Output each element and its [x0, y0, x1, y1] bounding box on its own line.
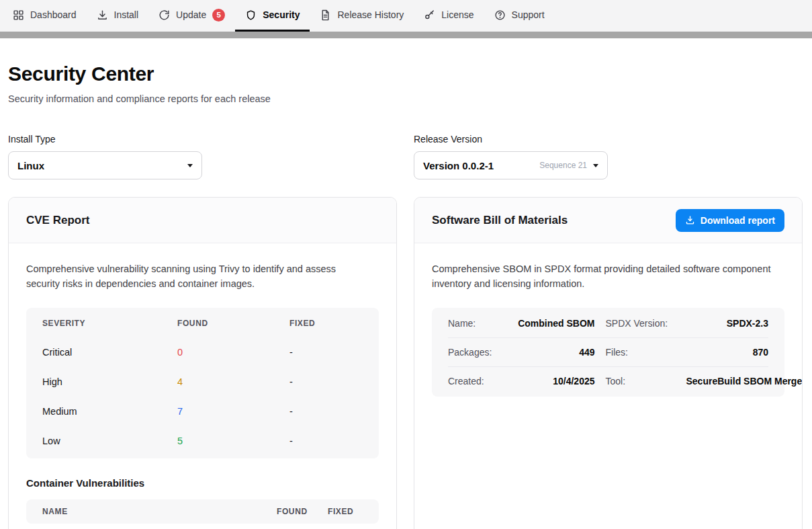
info-label: SPDX Version: — [606, 318, 676, 329]
nav-label: Release History — [337, 9, 404, 20]
found-column-header: Found — [277, 507, 328, 516]
found-count: 7 — [177, 406, 289, 417]
sbom-info-table: Name: Combined SBOM SPDX Version: SPDX-2… — [432, 308, 784, 397]
cve-report-description: Comprehensive vulnerability scanning usi… — [26, 262, 369, 292]
sequence-label: Sequence 21 — [539, 161, 587, 170]
download-report-button[interactable]: Download report — [676, 209, 784, 232]
dashboard-icon — [13, 9, 24, 21]
security-shield-icon — [245, 9, 257, 21]
download-icon — [685, 215, 695, 225]
found-column-header: Found — [177, 319, 289, 328]
release-version-select[interactable]: Version 0.0.2-1 Sequence 21 — [414, 151, 608, 179]
nav-item-update[interactable]: Update 5 — [148, 0, 235, 32]
install-type-value: Linux — [17, 160, 44, 171]
chevron-down-icon — [187, 164, 193, 167]
release-version-value: Version 0.0.2-1 — [423, 160, 494, 171]
release-version-field: Release Version Version 0.0.2-1 Sequence… — [414, 134, 803, 179]
update-icon — [159, 9, 170, 21]
info-label: Created: — [448, 376, 502, 386]
info-label: Files: — [606, 347, 676, 358]
nav-item-license[interactable]: License — [414, 0, 484, 32]
fixed-count: - — [289, 436, 379, 446]
update-count-badge: 5 — [212, 9, 225, 22]
severity-row-high: High 4 - — [26, 367, 379, 397]
nav-label: Update — [176, 9, 206, 20]
sbom-header: Software Bill of Materials Download repo… — [414, 198, 802, 243]
report-cards: CVE Report Comprehensive vulnerability s… — [8, 197, 803, 529]
container-vulnerabilities-title: Container Vulnerabilities — [26, 477, 379, 489]
severity-name: High — [42, 376, 177, 387]
severity-table-header: Severity Found Fixed — [26, 309, 379, 337]
info-label: Tool: — [606, 376, 676, 386]
nav-label: License — [441, 9, 473, 20]
release-version-meta: Sequence 21 — [539, 161, 598, 170]
cve-report-card: CVE Report Comprehensive vulnerability s… — [8, 197, 397, 529]
cve-report-body: Comprehensive vulnerability scanning usi… — [9, 243, 396, 529]
install-type-label: Install Type — [8, 134, 397, 145]
fixed-count: - — [289, 376, 379, 387]
found-count: 0 — [177, 347, 289, 358]
severity-column-header: Severity — [42, 319, 177, 328]
divider-strip — [0, 32, 812, 38]
filters-row: Install Type Linux Release Version Versi… — [8, 134, 803, 179]
info-label: Name: — [448, 318, 502, 329]
nav-label: Dashboard — [30, 9, 77, 20]
fixed-column-header: Fixed — [328, 507, 372, 516]
info-label: Packages: — [448, 347, 502, 358]
severity-table: Severity Found Fixed Critical 0 - High 4… — [26, 308, 379, 458]
info-value: Combined SBOM — [512, 318, 595, 329]
nav-item-install[interactable]: Install — [87, 0, 149, 32]
help-circle-icon — [494, 9, 506, 21]
sbom-description: Comprehensive SBOM in SPDX format provid… — [432, 262, 774, 292]
install-type-select[interactable]: Linux — [8, 151, 202, 179]
nav-item-release-history[interactable]: Release History — [310, 0, 414, 32]
info-value: SPDX-2.3 — [686, 318, 769, 329]
severity-row-critical: Critical 0 - — [26, 337, 379, 367]
info-value: 10/4/2025 — [512, 376, 595, 386]
sbom-title: Software Bill of Materials — [432, 214, 568, 227]
cve-report-title: CVE Report — [26, 214, 89, 227]
key-icon — [424, 9, 435, 21]
severity-name: Low — [42, 436, 177, 446]
container-vulnerabilities-table-header: Name Found Fixed — [26, 499, 379, 524]
nav-label: Support — [512, 9, 545, 20]
cve-report-header: CVE Report — [9, 198, 396, 243]
nav-label: Install — [114, 9, 139, 20]
sbom-info-row: Name: Combined SBOM SPDX Version: SPDX-2… — [448, 309, 768, 338]
top-navigation: Dashboard Install Update 5 Security Rele… — [0, 0, 812, 32]
info-value: SecureBuild SBOM Merger — [686, 376, 769, 386]
page-subtitle: Security information and compliance repo… — [8, 93, 803, 104]
sbom-info-row: Packages: 449 Files: 870 — [448, 338, 768, 367]
fixed-count: - — [289, 406, 379, 417]
name-column-header: Name — [42, 507, 277, 516]
sbom-body: Comprehensive SBOM in SPDX format provid… — [414, 243, 802, 415]
install-icon — [97, 9, 108, 21]
release-version-label: Release Version — [414, 134, 803, 145]
sbom-card: Software Bill of Materials Download repo… — [414, 197, 803, 529]
nav-label: Security — [263, 9, 300, 20]
fixed-column-header: Fixed — [289, 319, 379, 328]
severity-row-medium: Medium 7 - — [26, 397, 379, 426]
sbom-info-row: Created: 10/4/2025 Tool: SecureBuild SBO… — [448, 367, 768, 395]
info-value: 870 — [686, 347, 769, 358]
download-report-label: Download report — [701, 215, 775, 226]
severity-row-low: Low 5 - — [26, 426, 379, 456]
chevron-down-icon — [593, 164, 598, 167]
found-count: 4 — [177, 376, 289, 387]
severity-name: Critical — [42, 347, 177, 358]
nav-item-dashboard[interactable]: Dashboard — [3, 0, 87, 32]
install-type-field: Install Type Linux — [8, 134, 397, 179]
found-count: 5 — [177, 436, 289, 446]
info-value: 449 — [512, 347, 595, 358]
document-icon — [320, 9, 331, 21]
severity-name: Medium — [42, 406, 177, 417]
main-content: Security Center Security information and… — [0, 38, 812, 529]
nav-item-support[interactable]: Support — [484, 0, 555, 32]
page-title: Security Center — [8, 63, 803, 85]
fixed-count: - — [289, 347, 379, 358]
nav-item-security[interactable]: Security — [235, 0, 310, 32]
